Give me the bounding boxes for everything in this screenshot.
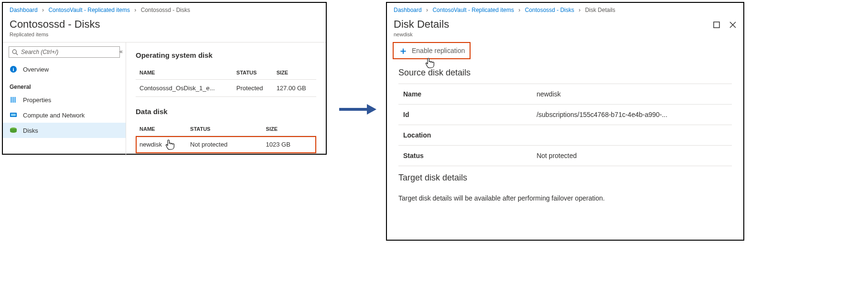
chevron-right-icon: ›	[134, 7, 136, 13]
breadcrumb-dashboard[interactable]: Dashboard	[10, 7, 38, 13]
svg-point-0	[12, 50, 16, 53]
nav-label: Disks	[23, 127, 38, 134]
table-row-newdisk[interactable]: newdisk Not protected 1023 GB	[136, 136, 316, 153]
blade-header: Contosossd - Disks Replicated items	[3, 17, 326, 42]
kv-value: /subscriptions/155c4768-b71c-4e4b-a990-.…	[532, 105, 732, 125]
chevron-right-icon: ›	[518, 7, 520, 13]
svg-rect-5	[12, 97, 14, 103]
compute-icon	[10, 111, 18, 119]
os-disk-table: NAME STATUS SIZE Contosossd_OsDisk_1_e..…	[136, 66, 316, 97]
svg-marker-11	[367, 104, 376, 115]
kv-row: Status Not protected	[398, 146, 732, 166]
col-status: STATUS	[186, 122, 262, 136]
page-subtitle: Replicated items	[10, 32, 319, 37]
page-title: Disk Details	[394, 18, 449, 31]
close-icon	[729, 21, 736, 28]
flow-arrow-icon	[339, 102, 376, 117]
cell-status: Protected	[233, 80, 273, 97]
table-row[interactable]: Contosossd_OsDisk_1_e... Protected 127.0…	[136, 80, 316, 97]
chevron-right-icon: ›	[42, 7, 44, 13]
info-icon: i	[10, 65, 18, 73]
svg-rect-12	[714, 22, 719, 28]
col-name: NAME	[136, 122, 186, 136]
nav-compute[interactable]: Compute and Network	[3, 107, 126, 123]
sidebar: « Search (Ctrl+/) i Overview General Pro…	[3, 42, 126, 156]
breadcrumb-disks[interactable]: Contosossd - Disks	[525, 7, 574, 13]
source-section-title: Source disk details	[387, 61, 743, 80]
kv-key: Id	[398, 105, 532, 125]
kv-row: Location	[398, 125, 732, 146]
search-placeholder: Search (Ctrl+/)	[21, 49, 58, 55]
cell-name: newdisk	[139, 141, 162, 148]
cursor-hand-icon	[165, 139, 175, 150]
chevron-right-icon: ›	[579, 7, 580, 13]
breadcrumb-current: Disk Details	[585, 7, 615, 13]
col-status: STATUS	[233, 66, 273, 80]
kv-key: Status	[398, 146, 532, 166]
nav-label: Compute and Network	[23, 112, 85, 119]
nav-overview[interactable]: i Overview	[3, 62, 126, 77]
breadcrumb-current: Contosossd - Disks	[141, 7, 190, 13]
kv-key: Name	[398, 84, 532, 105]
nav-label: Properties	[23, 96, 51, 104]
data-disk-section-title: Data disk	[136, 107, 316, 116]
breadcrumb-vault[interactable]: ContosoVault - Replicated items	[48, 7, 130, 13]
svg-rect-8	[11, 114, 16, 116]
os-disk-section-title: Operating system disk	[136, 51, 316, 59]
col-size: SIZE	[273, 66, 316, 80]
search-icon	[12, 49, 18, 55]
cell-size: 127.00 GB	[273, 80, 316, 97]
plus-icon: ＋	[398, 46, 408, 55]
cell-name: Contosossd_OsDisk_1_e...	[136, 80, 233, 97]
kv-row: Name newdisk	[398, 84, 732, 105]
kv-key: Location	[398, 125, 532, 146]
action-label: Enable replication	[412, 47, 465, 54]
data-disk-table: NAME STATUS SIZE newdisk Not protected 1…	[136, 122, 316, 153]
col-size: SIZE	[262, 122, 316, 136]
disks-content: Operating system disk NAME STATUS SIZE C…	[126, 42, 326, 156]
maximize-icon	[713, 21, 720, 28]
chevron-right-icon: ›	[426, 7, 428, 13]
collapse-sidebar-icon[interactable]: «	[119, 48, 123, 55]
col-name: NAME	[136, 66, 233, 80]
target-section-title: Target disk details	[387, 166, 743, 185]
breadcrumb: Dashboard › ContosoVault - Replicated it…	[3, 3, 326, 17]
nav-disks[interactable]: Disks	[3, 123, 126, 138]
cell-size: 1023 GB	[262, 136, 316, 153]
breadcrumb-dashboard[interactable]: Dashboard	[394, 7, 422, 13]
svg-rect-4	[11, 97, 12, 103]
properties-icon	[10, 96, 18, 104]
nav-properties[interactable]: Properties	[3, 92, 126, 107]
maximize-button[interactable]	[713, 21, 720, 29]
search-input[interactable]: Search (Ctrl+/)	[9, 46, 120, 58]
kv-value	[532, 125, 732, 146]
svg-line-1	[16, 53, 18, 55]
breadcrumb: Dashboard › ContosoVault - Replicated it…	[387, 3, 743, 17]
disks-icon	[10, 127, 18, 134]
disks-blade: Dashboard › ContosoVault - Replicated it…	[2, 2, 327, 155]
kv-value: Not protected	[532, 146, 732, 166]
close-button[interactable]	[729, 21, 737, 29]
svg-text:i: i	[12, 66, 14, 72]
kv-value: newdisk	[532, 84, 732, 105]
nav-label: Overview	[23, 66, 49, 73]
disk-details-blade: Dashboard › ContosoVault - Replicated it…	[386, 2, 744, 241]
enable-replication-button[interactable]: ＋ Enable replication	[394, 43, 470, 58]
page-title: Contosossd - Disks	[10, 18, 319, 31]
page-subtitle: newdisk	[394, 32, 449, 37]
source-details-table: Name newdisk Id /subscriptions/155c4768-…	[398, 84, 732, 166]
target-info-text: Target disk details will be available af…	[387, 185, 743, 212]
nav-section-general: General	[3, 77, 126, 92]
cell-status: Not protected	[186, 136, 262, 153]
kv-row: Id /subscriptions/155c4768-b71c-4e4b-a99…	[398, 105, 732, 125]
svg-rect-6	[14, 97, 16, 103]
breadcrumb-vault[interactable]: ContosoVault - Replicated items	[432, 7, 514, 13]
